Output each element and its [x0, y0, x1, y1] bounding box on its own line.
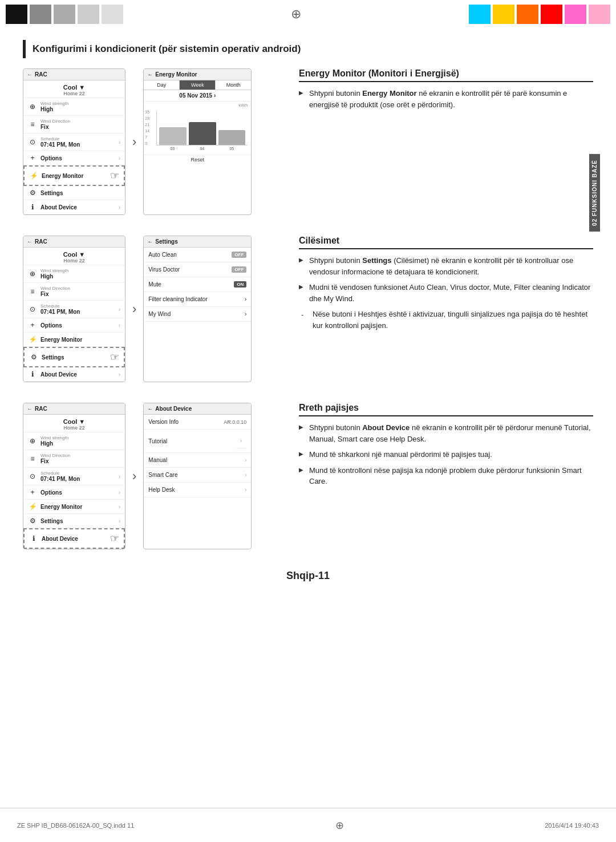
wind-dir-text: Wind Direction Fix: [40, 119, 120, 130]
schedule-icon-2: ⊙: [28, 305, 37, 313]
schedule-chevron: ›: [119, 139, 120, 145]
hand-cursor-icon-2: ☞: [110, 351, 119, 363]
energy-reset-button[interactable]: Reset: [144, 155, 251, 164]
color-block-5: [102, 5, 123, 24]
about-device-panel: ← About Device Version Info AR.0.0.10 Tu…: [143, 403, 252, 549]
auto-clean-toggle[interactable]: OFF: [232, 252, 246, 258]
row-settings: ← RAC Cool ▼ Home 22 ⊕ Wind strength Hig…: [23, 236, 593, 382]
wind-strength-label-3: Wind strength: [40, 435, 120, 440]
about-help-desk[interactable]: Help Desk ›: [144, 483, 251, 497]
settings-label-3: Settings: [40, 518, 115, 524]
tutorial-label: Tutorial: [148, 438, 236, 444]
menu-schedule: ⊙ Schedule 07:41 PM, Mon ›: [23, 133, 125, 151]
wind-strength-icon: ⊕: [28, 103, 37, 111]
wind-dir-label-2: Wind Direction: [40, 286, 120, 291]
options-text: Options: [40, 155, 115, 161]
bar-04: [189, 122, 216, 145]
right-text-about: Rreth pajisjes Shtypni butonin About Dev…: [287, 403, 593, 549]
bottom-right-text: 2016/4/14 19:40:43: [545, 822, 599, 829]
y-label-14: 14: [145, 129, 149, 133]
menu-options: + Options ›: [23, 151, 125, 165]
about-back-arrow: ←: [147, 406, 153, 412]
bar-label-05: 05: [218, 147, 245, 151]
virus-doctor-toggle[interactable]: OFF: [232, 266, 246, 273]
color-block-r2: [493, 5, 514, 24]
wind-strength-value-3: High: [40, 440, 120, 447]
wind-dir-icon: ≡: [28, 120, 37, 128]
options-chevron-3: ›: [119, 489, 120, 496]
about-section-title: Rreth pajisjes: [299, 403, 593, 416]
manual-label: Manual: [148, 457, 245, 463]
phone-group-1: ← RAC Cool ▼ Home 22 ⊕ Wind strength Hig…: [23, 68, 274, 215]
energy-panel-title: Energy Monitor: [155, 71, 197, 78]
options-icon-3: +: [28, 488, 37, 496]
about-manual[interactable]: Manual ›: [144, 453, 251, 468]
options-label-2: Options: [40, 322, 115, 329]
wind-strength-text-3: Wind strength High: [40, 435, 120, 447]
settings-label-2: Settings: [42, 354, 107, 361]
settings-mute: Mute ON: [144, 277, 251, 292]
settings-section-title: Cilësimet: [299, 236, 593, 249]
menu-about: ℹ About Device ›: [23, 200, 125, 214]
hand-cursor-icon-3: ☞: [110, 532, 119, 545]
menu-energy-monitor-2: ⚡ Energy Monitor: [23, 333, 125, 347]
about-smart-care[interactable]: Smart Care ›: [144, 468, 251, 483]
wind-strength-text-2: Wind strength High: [40, 268, 120, 280]
wind-dir-value-2: Fix: [40, 291, 120, 297]
smart-care-chevron: ›: [245, 472, 246, 478]
schedule-label: Schedule: [40, 136, 115, 141]
my-wind-chevron: ›: [245, 311, 246, 317]
mute-toggle[interactable]: ON: [234, 281, 246, 288]
about-bullets: Shtypni butonin About Device në ekranin …: [299, 422, 593, 487]
settings-back-arrow: ←: [147, 238, 153, 245]
phone-cool-mode: Cool ▼ Home 22: [23, 80, 125, 98]
wind-dir-value-3: Fix: [40, 458, 120, 464]
filter-chevron: ›: [245, 296, 246, 302]
phone-header-1: ← RAC: [23, 69, 125, 80]
help-desk-chevron: ›: [245, 487, 246, 493]
about-bullet-1: Shtypni butonin About Device në ekranin …: [299, 422, 593, 444]
energy-monitor-panel: ← Energy Monitor Day Week Month 05 Nov 2…: [143, 68, 252, 215]
mode-sub-3: Home 22: [23, 425, 125, 431]
menu-settings-2[interactable]: ⚙ Settings ☞: [23, 347, 125, 367]
energy-icon: ⚡: [29, 172, 38, 180]
wind-dir-icon-2: ≡: [28, 288, 37, 295]
tab-week[interactable]: Week: [180, 80, 216, 90]
about-label-2: About Device: [40, 371, 115, 378]
tab-month[interactable]: Month: [216, 80, 251, 90]
settings-virus-doctor: Virus Doctor OFF: [144, 262, 251, 277]
menu-settings: ⚙ Settings: [23, 186, 125, 200]
rac-label-2: RAC: [35, 238, 47, 245]
color-block-r3: [517, 5, 538, 24]
menu-wind-strength-3: ⊕ Wind strength High: [23, 432, 125, 450]
menu-energy-monitor[interactable]: ⚡ Energy Monitor ☞: [23, 165, 125, 186]
wind-strength-label: Wind strength: [40, 101, 120, 106]
rac-label: RAC: [35, 71, 47, 78]
schedule-text: Schedule 07:41 PM, Mon: [40, 136, 115, 148]
wind-dir-text-2: Wind Direction Fix: [40, 286, 120, 297]
menu-options-2: + Options ›: [23, 318, 125, 333]
about-label-3: About Device: [42, 536, 107, 542]
menu-about-3[interactable]: ℹ About Device ☞: [23, 528, 125, 549]
settings-text-2: Settings: [42, 354, 107, 361]
menu-schedule-3: ⊙ Schedule 07:41 PM, Mon ›: [23, 468, 125, 485]
about-bullet-3: Mund të kontrolloni nëse pajisja ka ndon…: [299, 465, 593, 487]
color-block-4: [78, 5, 99, 24]
menu-settings-3: ⚙ Settings ›: [23, 514, 125, 528]
smart-care-label: Smart Care: [148, 472, 245, 478]
y-label-35: 35: [145, 110, 149, 114]
options-icon-2: +: [28, 321, 37, 329]
schedule-label-2: Schedule: [40, 303, 115, 309]
about-tutorial[interactable]: Tutorial ›: [144, 430, 251, 453]
back-arrow-icon: ←: [27, 71, 33, 78]
wind-dir-value: Fix: [40, 124, 120, 130]
version-info-value: AR.0.0.10: [224, 419, 246, 425]
manual-chevron: ›: [245, 457, 246, 463]
menu-wind-direction-2: ≡ Wind Direction Fix: [23, 283, 125, 301]
energy-tabs[interactable]: Day Week Month: [144, 80, 251, 90]
settings-filter: Filter cleaning Indicator ›: [144, 292, 251, 307]
arrow-between-2: ›: [130, 302, 139, 317]
schedule-text-2: Schedule 07:41 PM, Mon: [40, 303, 115, 315]
row-energy-monitor: ← RAC Cool ▼ Home 22 ⊕ Wind strength Hig…: [23, 68, 593, 215]
tab-day[interactable]: Day: [144, 80, 180, 90]
